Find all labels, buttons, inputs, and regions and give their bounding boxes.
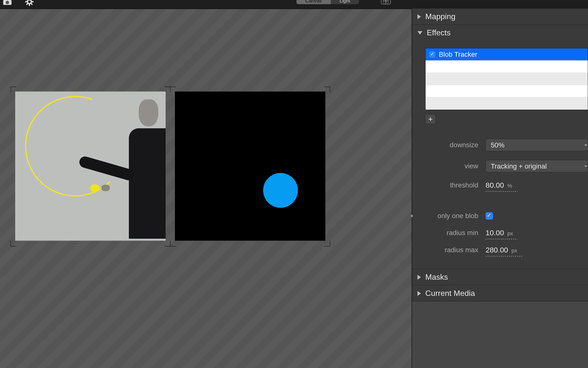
downsize-select[interactable]: 50%	[486, 139, 588, 151]
current-media-section-title: Current Media	[425, 289, 475, 298]
effect-row-empty[interactable]	[426, 61, 588, 73]
threshold-value-field[interactable]: 80.00 %	[486, 181, 512, 189]
svg-point-3	[27, 0, 31, 4]
mapping-section: Mapping	[412, 9, 588, 25]
motion-arc	[25, 96, 125, 197]
effects-section-header[interactable]: Effects	[412, 25, 588, 41]
masks-section-header[interactable]: Masks	[412, 269, 588, 285]
crop-mark	[165, 241, 171, 247]
param-label: threshold	[424, 181, 478, 189]
svg-point-2	[6, 1, 9, 4]
chevron-right-icon	[417, 291, 421, 296]
tracked-marker-dot	[90, 184, 99, 192]
mapping-section-title: Mapping	[425, 12, 455, 21]
param-label: only one blob	[424, 212, 478, 220]
svg-line-9	[31, 3, 32, 5]
masks-section: Masks	[412, 269, 588, 285]
crop-mark	[10, 87, 16, 92]
only-one-blob-checkbox[interactable]	[486, 212, 493, 220]
detected-blob	[263, 173, 298, 208]
crop-mark	[324, 241, 330, 247]
crop-mark	[170, 87, 176, 92]
param-only-one-blob: only one blob	[424, 212, 588, 220]
param-label: radius min	[424, 229, 478, 237]
crop-mark	[10, 241, 16, 247]
svg-line-11	[26, 3, 28, 5]
effect-row-empty[interactable]	[426, 97, 588, 110]
gear-icon[interactable]	[24, 0, 34, 7]
person-hand	[101, 185, 110, 191]
effects-section: Effects Blob Tracker +	[412, 25, 588, 269]
current-media-section: Current Media	[412, 285, 588, 302]
camera-tool-icon[interactable]	[2, 0, 12, 7]
param-value-number: 80.00	[486, 181, 504, 189]
tracking-preview-panel[interactable]: Tracking	[175, 92, 325, 241]
param-value-unit: px	[507, 230, 513, 237]
svg-line-10	[31, 0, 32, 0]
effect-row-blob-tracker[interactable]: Blob Tracker	[426, 48, 588, 61]
plus-icon: +	[428, 116, 433, 123]
param-value-number: 280.00	[486, 246, 508, 254]
param-value-unit: %	[507, 183, 512, 189]
inspector-panel: Mapping Effects Blob Tracker	[412, 9, 588, 368]
inspector-empty-area	[412, 302, 588, 368]
param-label: view	[424, 162, 478, 170]
view-mode-segmented[interactable]: Canvas Light	[296, 0, 359, 4]
param-handle-dot[interactable]	[411, 215, 413, 217]
effect-row-empty[interactable]	[426, 85, 588, 97]
camera-preview-panel[interactable]: Camera	[15, 92, 166, 241]
value-slider-track[interactable]	[486, 256, 522, 257]
param-label: radius max	[424, 246, 478, 254]
mapping-section-header[interactable]: Mapping	[412, 9, 588, 25]
crop-mark	[170, 241, 176, 247]
param-radius-max: radius max 280.00 px	[424, 246, 588, 254]
param-view: view Tracking + original	[424, 160, 588, 172]
app-root: Canvas Light Camera	[0, 0, 588, 368]
add-effect-button[interactable]: +	[425, 114, 436, 124]
main-area: Camera Tracking	[0, 9, 588, 368]
param-threshold: threshold 80.00 %	[424, 181, 588, 189]
view-select[interactable]: Tracking + original	[486, 160, 588, 172]
value-slider-track[interactable]	[486, 239, 517, 239]
param-downsize: downsize 50%	[424, 139, 588, 151]
seg-canvas-button[interactable]: Canvas	[296, 0, 331, 4]
canvas-workspace[interactable]: Camera Tracking	[0, 9, 412, 368]
layout-grid-icon[interactable]	[381, 0, 391, 4]
seg-light-button[interactable]: Light	[331, 0, 359, 4]
param-value-unit: px	[512, 248, 517, 254]
effect-row-empty[interactable]	[426, 73, 588, 85]
svg-line-8	[26, 0, 28, 0]
svg-rect-1	[6, 0, 9, 0]
crop-mark	[165, 87, 171, 92]
masks-section-title: Masks	[425, 273, 448, 282]
radius-min-value-field[interactable]: 10.00 px	[486, 229, 513, 237]
effect-enable-checkbox[interactable]	[429, 51, 435, 58]
radius-max-value-field[interactable]: 280.00 px	[486, 246, 517, 254]
param-value-number: 10.00	[486, 229, 504, 237]
param-radius-min: radius min 10.00 px	[424, 229, 588, 237]
crop-mark	[324, 87, 330, 92]
top-toolbar: Canvas Light	[0, 0, 588, 9]
value-slider-track[interactable]	[486, 191, 517, 192]
param-label: downsize	[424, 141, 478, 149]
effects-section-body: Blob Tracker + downsize	[412, 41, 588, 269]
effects-section-title: Effects	[427, 28, 451, 37]
effects-list[interactable]: Blob Tracker	[425, 48, 588, 110]
effect-parameters: downsize 50% view Tracking + original	[424, 139, 588, 254]
chevron-down-icon	[417, 31, 422, 35]
chevron-right-icon	[417, 14, 421, 19]
current-media-section-header[interactable]: Current Media	[412, 285, 588, 301]
effect-row-label: Blob Tracker	[439, 51, 477, 58]
chevron-right-icon	[417, 275, 421, 280]
